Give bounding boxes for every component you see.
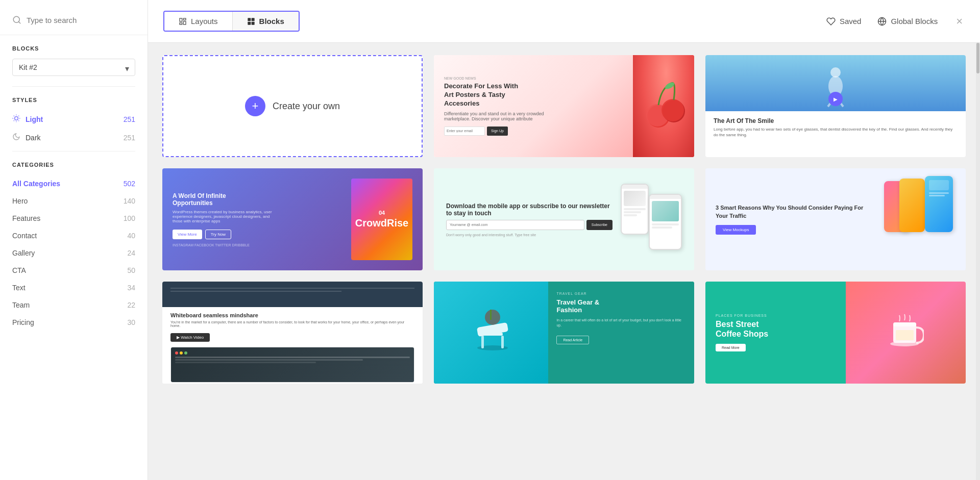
card-mockup-newsletter: Download the mobile app or subscribe to … — [434, 168, 694, 270]
saved-label: Saved — [840, 17, 862, 26]
kit-select[interactable]: Kit #2 Kit #1 Kit #3 — [12, 59, 135, 76]
block-card-travel[interactable]: TRAVEL GEAR Travel Gear &Fashion In a ca… — [434, 282, 694, 384]
categories-title: CATEGORIES — [12, 162, 135, 168]
category-count: 50 — [127, 266, 135, 274]
svg-rect-16 — [251, 18, 254, 21]
main-area: Layouts Blocks Saved — [148, 0, 980, 480]
svg-rect-18 — [251, 21, 254, 24]
tab-blocks-label: Blocks — [259, 17, 284, 26]
style-count-light: 251 — [124, 115, 135, 123]
block-card-app-features[interactable]: 3 Smart Reasons Why You Should Consider … — [705, 168, 966, 270]
blocks-section: BLOCKS Kit #2 Kit #1 Kit #3 — [0, 35, 148, 78]
svg-rect-13 — [183, 21, 186, 24]
svg-point-24 — [662, 99, 684, 121]
category-label: All Categories — [12, 180, 60, 188]
heart-icon — [826, 17, 836, 26]
svg-rect-32 — [481, 336, 484, 348]
tab-layouts[interactable]: Layouts — [164, 12, 233, 31]
global-blocks-link[interactable]: Global Blocks — [877, 17, 938, 26]
category-count: 24 — [127, 249, 135, 257]
style-item-dark[interactable]: Dark 251 — [12, 129, 135, 147]
search-input[interactable] — [27, 16, 135, 24]
category-item-contact[interactable]: Contact 40 — [12, 227, 135, 244]
saved-link[interactable]: Saved — [826, 17, 862, 26]
blocks-icon — [247, 17, 255, 26]
categories-section: CATEGORIES All Categories 502 Hero 140 F… — [0, 151, 148, 470]
category-count: 100 — [124, 214, 135, 222]
category-label: Gallery — [12, 249, 35, 257]
category-item-team[interactable]: Team 22 — [12, 296, 135, 314]
block-card-crowdrise[interactable]: PRO A World Of InfiniteOpportunities Wor… — [162, 168, 423, 270]
category-label: Text — [12, 284, 26, 292]
category-label: Pricing — [12, 318, 34, 326]
header-tabs: Layouts Blocks — [163, 11, 300, 32]
card-mockup-hero: A World Of InfiniteOpportunities WordPre… — [162, 168, 423, 270]
header-right: Saved Global Blocks × — [826, 14, 965, 29]
style-label-dark: Dark — [26, 134, 41, 142]
category-count: 502 — [124, 180, 135, 188]
block-card-ecommerce[interactable]: NEW GOOD NEWS Decorate For Less WithArt … — [434, 55, 694, 157]
category-item-all[interactable]: All Categories 502 — [12, 175, 135, 192]
blocks-title: BLOCKS — [12, 45, 135, 52]
category-label: CTA — [12, 266, 26, 274]
layouts-icon — [179, 17, 187, 26]
style-count-dark: 251 — [124, 134, 135, 142]
search-bar — [0, 10, 148, 35]
category-item-text[interactable]: Text 34 — [12, 279, 135, 296]
style-item-light[interactable]: Light 251 — [12, 110, 135, 129]
block-card-art-smile[interactable]: ▶ The Art Of The Smile Long before app, … — [705, 55, 966, 157]
scrollbar-thumb[interactable] — [976, 43, 979, 73]
category-label: Contact — [12, 232, 37, 240]
category-item-gallery[interactable]: Gallery 24 — [12, 244, 135, 262]
svg-rect-40 — [896, 330, 914, 340]
scrollbar-track[interactable] — [976, 43, 980, 480]
svg-rect-36 — [490, 310, 492, 320]
category-item-cta[interactable]: CTA 50 — [12, 262, 135, 279]
tab-layouts-label: Layouts — [191, 17, 218, 26]
content-area: + Create your own NEW GOOD NEWS Decorate… — [148, 43, 980, 480]
svg-line-5 — [14, 116, 14, 116]
header: Layouts Blocks Saved — [148, 0, 980, 43]
create-label: Create your own — [273, 101, 340, 112]
svg-rect-17 — [248, 21, 251, 24]
sun-icon — [12, 114, 20, 124]
category-count: 40 — [127, 232, 135, 240]
category-count: 140 — [124, 197, 135, 205]
category-label: Features — [12, 214, 40, 222]
category-label: Hero — [12, 197, 28, 205]
blocks-grid: + Create your own NEW GOOD NEWS Decorate… — [162, 55, 966, 384]
svg-rect-14 — [180, 22, 182, 24]
category-item-features[interactable]: Features 100 — [12, 210, 135, 227]
style-label-light: Light — [26, 115, 43, 123]
svg-rect-38 — [893, 322, 916, 326]
global-blocks-label: Global Blocks — [891, 17, 938, 26]
svg-rect-33 — [501, 336, 504, 348]
category-count: 34 — [127, 284, 135, 292]
styles-title: STYLES — [12, 97, 135, 103]
block-card-coffee[interactable]: PLACES FOR BUSINESS Best StreetCoffee Sh… — [705, 282, 966, 384]
card-mockup-travel: TRAVEL GEAR Travel Gear &Fashion In a ca… — [434, 282, 694, 384]
block-card-whiteboard[interactable]: PRO Whiteboard seamless mindshare You're… — [162, 282, 423, 384]
category-item-hero[interactable]: Hero 140 — [12, 192, 135, 210]
category-count: 22 — [127, 301, 135, 309]
search-icon — [12, 15, 21, 24]
create-icon: + — [245, 96, 265, 116]
globe-icon — [877, 17, 887, 26]
tab-blocks[interactable]: Blocks — [233, 12, 299, 31]
svg-rect-11 — [180, 18, 182, 21]
svg-rect-15 — [248, 18, 251, 21]
category-item-pricing[interactable]: Pricing 30 — [12, 314, 135, 331]
create-own-card[interactable]: + Create your own — [162, 55, 423, 157]
card-mockup-app: 3 Smart Reasons Why You Should Consider … — [705, 168, 966, 270]
svg-point-39 — [890, 341, 919, 346]
svg-line-6 — [18, 120, 19, 121]
kit-select-wrapper: Kit #2 Kit #1 Kit #3 — [12, 59, 135, 78]
sidebar: BLOCKS Kit #2 Kit #1 Kit #3 STYLES — [0, 0, 148, 480]
card-mockup-ecommerce: NEW GOOD NEWS Decorate For Less WithArt … — [434, 55, 694, 157]
svg-line-10 — [18, 116, 19, 116]
svg-point-2 — [15, 117, 18, 120]
block-card-newsletter[interactable]: Download the mobile app or subscribe to … — [434, 168, 694, 270]
svg-point-27 — [830, 67, 841, 78]
close-button[interactable]: × — [954, 14, 965, 29]
svg-point-35 — [485, 310, 500, 325]
